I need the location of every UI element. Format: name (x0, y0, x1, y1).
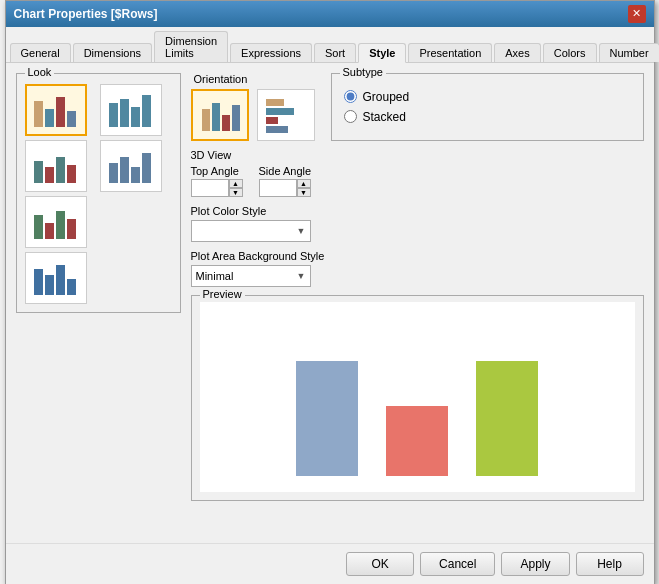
plot-bg-value: Minimal (196, 270, 234, 282)
svg-rect-4 (109, 103, 118, 127)
view3d-label: 3D View (191, 149, 644, 161)
look-item-2[interactable] (100, 84, 162, 136)
svg-rect-15 (142, 153, 151, 183)
tab-number[interactable]: Number (599, 43, 659, 62)
style-tab-content: Look (6, 63, 654, 543)
side-angle-group: Side Angle ▲ ▼ (259, 165, 312, 197)
look-group: Look (16, 73, 181, 313)
look-item-6[interactable] (25, 252, 87, 304)
cancel-button[interactable]: Cancel (420, 552, 495, 576)
svg-rect-30 (266, 117, 278, 124)
view3d-controls: Top Angle ▲ ▼ Side Angle (191, 165, 644, 197)
bar-3 (476, 361, 538, 476)
tab-sort[interactable]: Sort (314, 43, 356, 62)
window-title: Chart Properties [$Rows] (14, 7, 158, 21)
radio-grouped-input[interactable] (344, 90, 357, 103)
plot-bg-dropdown[interactable]: Minimal ▼ (191, 265, 311, 287)
top-angle-up[interactable]: ▲ (229, 179, 243, 188)
look-item-4[interactable] (100, 140, 162, 192)
top-angle-group: Top Angle ▲ ▼ (191, 165, 243, 197)
svg-rect-10 (56, 157, 65, 183)
footer: OK Cancel Apply Help (6, 543, 654, 584)
side-angle-input-group: ▲ ▼ (259, 179, 312, 197)
tabs-bar: General Dimensions Dimension Limits Expr… (6, 27, 654, 63)
svg-rect-2 (56, 97, 65, 127)
preview-area (200, 302, 635, 492)
orientation-section: Orientation (191, 73, 315, 141)
tab-axes[interactable]: Axes (494, 43, 540, 62)
look-item-1[interactable] (25, 84, 87, 136)
svg-rect-16 (34, 215, 43, 239)
orientation-label: Orientation (191, 73, 315, 85)
plot-color-dropdown[interactable]: ▼ (191, 220, 311, 242)
top-angle-label: Top Angle (191, 165, 243, 177)
bar-1-rect (296, 361, 358, 476)
side-angle-label: Side Angle (259, 165, 312, 177)
top-angle-arrows: ▲ ▼ (229, 179, 243, 197)
svg-rect-17 (45, 223, 54, 239)
svg-rect-20 (34, 269, 43, 295)
subtype-label: Subtype (340, 66, 386, 78)
plot-color-label: Plot Color Style (191, 205, 644, 217)
svg-rect-8 (34, 161, 43, 183)
svg-rect-11 (67, 165, 76, 183)
svg-rect-9 (45, 167, 54, 183)
radio-grouped-label: Grouped (363, 90, 410, 104)
close-button[interactable]: ✕ (628, 5, 646, 23)
svg-rect-24 (202, 109, 210, 131)
top-angle-input[interactable] (191, 179, 229, 197)
orientation-vertical[interactable] (191, 89, 249, 141)
tab-dimensions[interactable]: Dimensions (73, 43, 152, 62)
side-angle-up[interactable]: ▲ (297, 179, 311, 188)
look-item-5[interactable] (25, 196, 87, 248)
plot-color-arrow: ▼ (297, 226, 306, 236)
top-angle-down[interactable]: ▼ (229, 188, 243, 197)
tab-general[interactable]: General (10, 43, 71, 62)
radio-stacked: Stacked (344, 110, 631, 124)
plot-color-section: Plot Color Style ▼ (191, 205, 644, 242)
svg-rect-3 (67, 111, 76, 127)
svg-rect-18 (56, 211, 65, 239)
look-label: Look (25, 66, 55, 78)
side-angle-arrows: ▲ ▼ (297, 179, 311, 197)
bar-2 (386, 406, 448, 476)
plot-bg-arrow: ▼ (297, 271, 306, 281)
bar-2-rect (386, 406, 448, 476)
svg-rect-7 (142, 95, 151, 127)
radio-stacked-label: Stacked (363, 110, 406, 124)
tab-dimension-limits[interactable]: Dimension Limits (154, 31, 228, 62)
side-angle-down[interactable]: ▼ (297, 188, 311, 197)
tab-presentation[interactable]: Presentation (408, 43, 492, 62)
subtype-box: Subtype Grouped Stacked (331, 73, 644, 141)
tab-colors[interactable]: Colors (543, 43, 597, 62)
orientation-horizontal[interactable] (257, 89, 315, 141)
svg-rect-5 (120, 99, 129, 127)
plot-bg-section: Plot Area Background Style Minimal ▼ (191, 250, 644, 287)
svg-rect-27 (232, 105, 240, 131)
help-button[interactable]: Help (576, 552, 644, 576)
titlebar: Chart Properties [$Rows] ✕ (6, 1, 654, 27)
tab-expressions[interactable]: Expressions (230, 43, 312, 62)
svg-rect-19 (67, 219, 76, 239)
tab-style[interactable]: Style (358, 43, 406, 63)
bar-3-rect (476, 361, 538, 476)
look-grid (25, 84, 172, 192)
main-window: Chart Properties [$Rows] ✕ General Dimen… (5, 0, 655, 584)
svg-rect-26 (222, 115, 230, 131)
preview-label: Preview (200, 288, 245, 300)
plot-bg-label: Plot Area Background Style (191, 250, 644, 262)
ok-button[interactable]: OK (346, 552, 414, 576)
apply-button[interactable]: Apply (501, 552, 569, 576)
svg-rect-25 (212, 103, 220, 131)
svg-rect-28 (266, 99, 284, 106)
preview-box: Preview (191, 295, 644, 501)
look-item-3[interactable] (25, 140, 87, 192)
svg-rect-22 (56, 265, 65, 295)
orientation-items (191, 89, 315, 141)
svg-rect-1 (45, 109, 54, 127)
side-angle-input[interactable] (259, 179, 297, 197)
svg-rect-0 (34, 101, 43, 127)
svg-rect-13 (120, 157, 129, 183)
top-angle-input-group: ▲ ▼ (191, 179, 243, 197)
radio-stacked-input[interactable] (344, 110, 357, 123)
